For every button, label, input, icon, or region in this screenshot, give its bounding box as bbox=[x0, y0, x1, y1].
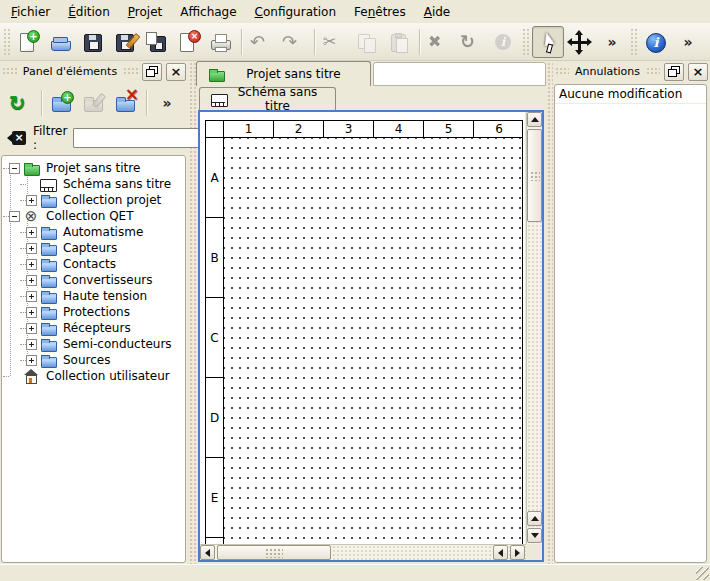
new-category-button[interactable] bbox=[46, 87, 78, 119]
close-file-button[interactable] bbox=[173, 26, 205, 58]
delete-icon bbox=[428, 31, 452, 53]
dock-texture bbox=[555, 67, 569, 76]
toolbar-handle[interactable] bbox=[3, 28, 11, 56]
tree-item-semi-conducteurs[interactable]: Semi-conducteurs bbox=[2, 336, 185, 352]
tree-expander[interactable] bbox=[9, 211, 20, 222]
menu-fenetres[interactable]: Fenêtres bbox=[345, 3, 415, 21]
float-panel-button[interactable] bbox=[142, 63, 162, 81]
folder-edit-icon bbox=[82, 92, 106, 114]
menu-projet[interactable]: Projet bbox=[119, 3, 171, 21]
tree-expander[interactable] bbox=[26, 195, 37, 206]
close-undo-panel-button[interactable] bbox=[688, 63, 708, 81]
tree-expander[interactable] bbox=[26, 339, 37, 350]
tree-expander[interactable] bbox=[26, 243, 37, 254]
schema-tab[interactable]: Schéma sans titre bbox=[199, 87, 336, 110]
toolbar-handle[interactable] bbox=[522, 28, 530, 56]
open-file-icon bbox=[49, 31, 73, 53]
open-file-button[interactable] bbox=[45, 26, 77, 58]
help-overflow-button[interactable]: » bbox=[672, 26, 704, 58]
menu-fichier[interactable]: Fichier bbox=[2, 3, 59, 21]
paper-row-label: B bbox=[206, 218, 223, 298]
folder-blue-icon bbox=[40, 289, 57, 304]
tree-item-collection-qet[interactable]: Collection QET bbox=[2, 208, 185, 224]
tree-item-recepteurs[interactable]: Récepteurs bbox=[2, 320, 185, 336]
vertical-scrollbar[interactable] bbox=[526, 112, 542, 544]
tree-item-label: Récepteurs bbox=[61, 321, 133, 335]
horizontal-scrollbar[interactable] bbox=[200, 544, 526, 560]
tree-expander[interactable] bbox=[26, 291, 37, 302]
tree-expander[interactable] bbox=[26, 307, 37, 318]
paper-row-label: A bbox=[206, 138, 223, 218]
panel-overflow-button[interactable]: » bbox=[151, 87, 183, 119]
cut-icon bbox=[323, 31, 347, 53]
tree-expander[interactable] bbox=[26, 355, 37, 366]
scroll-up-button-2[interactable] bbox=[527, 511, 542, 526]
right-splitter[interactable] bbox=[546, 60, 553, 565]
tree-item-contacts[interactable]: Contacts bbox=[2, 256, 185, 272]
schema-grid[interactable] bbox=[224, 138, 522, 544]
delete-button bbox=[424, 26, 456, 58]
tree-item-schema-sans-titre[interactable]: Schéma sans titre bbox=[2, 176, 185, 192]
tree-item-sources[interactable]: Sources bbox=[2, 352, 185, 368]
select-tool-button[interactable] bbox=[532, 26, 564, 58]
about-button[interactable] bbox=[640, 26, 672, 58]
tree-item-protections[interactable]: Protections bbox=[2, 304, 185, 320]
tree-expander[interactable] bbox=[26, 275, 37, 286]
project-tab[interactable]: Projet sans titre bbox=[196, 61, 371, 86]
scroll-right-button[interactable] bbox=[510, 545, 525, 560]
scroll-down-button[interactable] bbox=[527, 528, 542, 543]
save-all-icon bbox=[145, 31, 169, 53]
left-arrow-icon bbox=[205, 549, 210, 557]
tools-overflow-button[interactable]: » bbox=[596, 26, 628, 58]
schema-canvas[interactable]: 123456 ABCDE bbox=[200, 112, 525, 544]
refresh-icon bbox=[9, 92, 33, 114]
folder-new-icon bbox=[50, 92, 74, 114]
tree-expander[interactable] bbox=[26, 323, 37, 334]
cut-button bbox=[319, 26, 351, 58]
reload-collections-button[interactable] bbox=[5, 87, 37, 119]
down-arrow-icon bbox=[531, 533, 539, 538]
float-undo-panel-button[interactable] bbox=[664, 63, 684, 81]
tree-item-collection-utilisateur[interactable]: Collection utilisateur bbox=[2, 368, 185, 384]
paper-row-label: E bbox=[206, 458, 223, 538]
resize-grip[interactable] bbox=[696, 567, 709, 580]
vertical-scroll-thumb[interactable] bbox=[527, 129, 542, 222]
menu-aide[interactable]: Aide bbox=[415, 3, 460, 21]
print-button[interactable] bbox=[205, 26, 237, 58]
schema-view[interactable]: 123456 ABCDE bbox=[198, 110, 544, 562]
tree-item-projet-sans-titre[interactable]: Projet sans titre bbox=[2, 160, 185, 176]
info-blue-icon bbox=[644, 31, 668, 53]
tree-item-convertisseurs[interactable]: Convertisseurs bbox=[2, 272, 185, 288]
toolbar-handle[interactable] bbox=[630, 28, 638, 56]
menu-configuration[interactable]: Configuration bbox=[246, 3, 345, 21]
paper-column-headers: 123456 bbox=[206, 121, 522, 138]
tree-item-capteurs[interactable]: Capteurs bbox=[2, 240, 185, 256]
save-as-button[interactable] bbox=[109, 26, 141, 58]
menu-affichage[interactable]: Affichage bbox=[171, 3, 245, 21]
tree-item-automatisme[interactable]: Automatisme bbox=[2, 224, 185, 240]
clear-filter-icon[interactable] bbox=[7, 130, 27, 146]
close-panel-button[interactable] bbox=[166, 63, 186, 81]
tree-item-label: Capteurs bbox=[61, 241, 119, 255]
move-tool-button[interactable] bbox=[564, 26, 596, 58]
horizontal-scroll-thumb[interactable] bbox=[217, 545, 331, 560]
delete-category-button[interactable] bbox=[110, 87, 142, 119]
scroll-left-button[interactable] bbox=[200, 545, 215, 560]
filter-row: Filtrer : bbox=[7, 126, 181, 150]
toolbar-separator bbox=[146, 90, 147, 116]
toolbar-separator bbox=[41, 90, 42, 116]
scroll-left-button-2[interactable] bbox=[493, 545, 508, 560]
scroll-up-button[interactable] bbox=[527, 112, 542, 127]
tree-item-collection-projet[interactable]: Collection projet bbox=[2, 192, 185, 208]
tree-expander[interactable] bbox=[26, 227, 37, 238]
tree-expander[interactable] bbox=[9, 163, 20, 174]
menu-edition[interactable]: Édition bbox=[59, 3, 119, 21]
save-button[interactable] bbox=[77, 26, 109, 58]
tree-item-haute-tension[interactable]: Haute tension bbox=[2, 288, 185, 304]
undo-list-item[interactable]: Aucune modification bbox=[555, 85, 706, 104]
save-icon bbox=[81, 31, 105, 53]
qet-icon bbox=[23, 209, 40, 224]
new-file-button[interactable] bbox=[13, 26, 45, 58]
save-all-button[interactable] bbox=[141, 26, 173, 58]
tree-expander[interactable] bbox=[26, 259, 37, 270]
